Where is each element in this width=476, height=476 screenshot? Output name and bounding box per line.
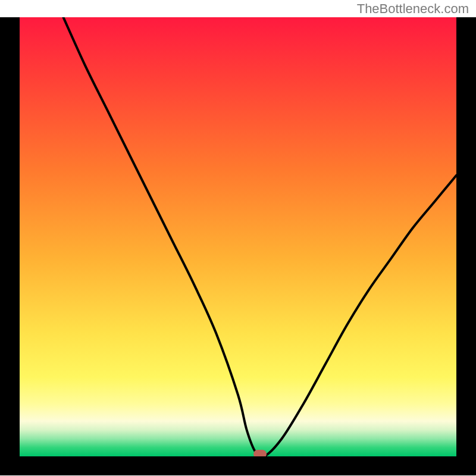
attribution-label: TheBottleneck.com	[357, 1, 469, 17]
chart-frame: TheBottleneck.com	[0, 0, 476, 476]
bottleneck-curve	[20, 17, 456, 456]
plot-area	[20, 17, 456, 456]
plot-area-outer	[0, 17, 476, 475]
optimal-point-marker	[253, 450, 267, 456]
